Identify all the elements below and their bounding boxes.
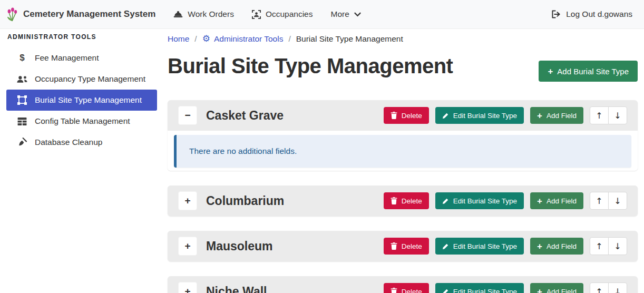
sidebar-item-config-table[interactable]: Config Table Management (6, 111, 157, 132)
add-field-button[interactable]: + Add Field (530, 283, 583, 293)
add-field-button[interactable]: + Add Field (530, 192, 583, 209)
dollar-icon: $ (17, 53, 27, 63)
breadcrumb-separator: / (288, 34, 290, 44)
move-up-button[interactable]: ↑ (590, 282, 609, 293)
burial-site-type-panel: + Columbarium Delete (168, 185, 638, 216)
move-down-button[interactable]: ↓ (608, 282, 627, 293)
panel-header: + Mausoleum Delete (168, 231, 638, 261)
plus-icon: + (537, 197, 542, 206)
breadcrumb-separator: / (194, 34, 197, 44)
trash-icon (391, 288, 397, 293)
sidebar-item-database-cleanup[interactable]: Database Cleanup (6, 132, 157, 153)
occupancy-frame-icon (252, 10, 261, 19)
sidebar-item-label: Occupancy Type Management (35, 74, 145, 84)
sign-out-icon (552, 10, 561, 18)
edit-burial-site-type-button[interactable]: Edit Burial Site Type (435, 192, 524, 209)
sidebar-item-label: Burial Site Type Management (35, 95, 142, 105)
edit-burial-site-type-button[interactable]: Edit Burial Site Type (435, 107, 524, 124)
app-brand[interactable]: Cemetery Management System (6, 7, 155, 22)
sidebar-item-burial-site-type[interactable]: Burial Site Type Management (6, 90, 157, 111)
plus-icon: + (537, 111, 542, 120)
edit-label: Edit Burial Site Type (453, 288, 517, 293)
sidebar-item-label: Fee Management (35, 53, 99, 63)
expand-panel-button[interactable]: + (178, 237, 197, 256)
sidebar-item-occupancy-type[interactable]: Occupancy Type Management (6, 69, 157, 90)
pencil-icon (442, 198, 449, 204)
delete-button[interactable]: Delete (384, 192, 429, 209)
edit-burial-site-type-button[interactable]: Edit Burial Site Type (435, 283, 524, 293)
plus-icon: + (548, 67, 553, 76)
panel-title: Columbarium (206, 194, 284, 208)
breadcrumb-admin-label: Administrator Tools (214, 34, 284, 44)
expand-panel-button[interactable]: + (178, 282, 197, 293)
logout-button[interactable]: Log Out d.gowans (552, 9, 632, 19)
delete-label: Delete (402, 197, 422, 205)
nav-occupancies[interactable]: Occupancies (252, 9, 313, 19)
move-up-button[interactable]: ↑ (590, 237, 609, 255)
breadcrumb-admin-tools-link[interactable]: ⚙ Administrator Tools (202, 34, 284, 44)
pencil-icon (442, 288, 449, 293)
breadcrumb-home-link[interactable]: Home (168, 34, 189, 44)
nav-work-orders-label: Work Orders (188, 9, 234, 19)
plus-icon: + (537, 287, 542, 293)
hard-hat-icon (173, 11, 183, 18)
edit-burial-site-type-button[interactable]: Edit Burial Site Type (435, 238, 524, 255)
nav-more[interactable]: More (331, 9, 361, 19)
panel-header: + Niche Wall Delete (168, 276, 638, 293)
delete-label: Delete (402, 242, 422, 250)
no-fields-alert: There are no additional fields. (174, 135, 631, 168)
breadcrumb: Home / ⚙ Administrator Tools / Burial Si… (168, 33, 638, 44)
object-group-icon (17, 95, 27, 105)
main-content: Home / ⚙ Administrator Tools / Burial Si… (163, 29, 644, 293)
trash-icon (391, 197, 397, 204)
reorder-button-group: ↑ ↓ (590, 106, 627, 124)
nav-work-orders[interactable]: Work Orders (173, 9, 234, 19)
move-down-button[interactable]: ↓ (608, 106, 627, 124)
chevron-down-icon (354, 12, 361, 17)
add-field-button[interactable]: + Add Field (530, 107, 583, 124)
panel-title: Niche Wall (206, 285, 267, 293)
move-down-button[interactable]: ↓ (608, 192, 627, 210)
people-icon (17, 75, 27, 83)
breadcrumb-current: Burial Site Type Management (296, 34, 403, 44)
move-down-button[interactable]: ↓ (608, 237, 627, 255)
delete-button[interactable]: Delete (384, 238, 429, 255)
top-navbar: Cemetery Management System Work Orders (0, 0, 644, 29)
edit-label: Edit Burial Site Type (453, 242, 517, 250)
delete-button[interactable]: Delete (384, 107, 429, 124)
add-field-label: Add Field (547, 288, 577, 293)
add-field-label: Add Field (547, 197, 577, 205)
burial-site-type-panel: + Niche Wall Delete (168, 276, 638, 293)
move-up-button[interactable]: ↑ (590, 106, 609, 124)
collapse-panel-button[interactable]: − (178, 106, 197, 125)
sidebar: ADMINISTRATOR TOOLS $ Fee Management Occ… (0, 29, 163, 293)
add-burial-site-type-button[interactable]: + Add Burial Site Type (539, 61, 638, 82)
delete-button[interactable]: Delete (384, 283, 429, 293)
logout-label: Log Out d.gowans (566, 9, 632, 19)
sidebar-heading: ADMINISTRATOR TOOLS (6, 33, 157, 41)
reorder-button-group: ↑ ↓ (590, 237, 627, 255)
reorder-button-group: ↑ ↓ (590, 282, 627, 293)
burial-site-type-panel: + Mausoleum Delete (168, 231, 638, 261)
trash-icon (391, 242, 397, 250)
burial-site-type-panel: − Casket Grave Delete (168, 100, 638, 171)
panel-header: − Casket Grave Delete (168, 100, 638, 131)
panel-title: Casket Grave (206, 109, 284, 123)
app-title: Cemetery Management System (23, 9, 155, 19)
sidebar-item-label: Config Table Management (35, 116, 130, 126)
gear-icon: ⚙ (202, 34, 210, 43)
table-icon (17, 118, 27, 125)
broom-icon (17, 138, 27, 147)
expand-panel-button[interactable]: + (178, 191, 197, 210)
move-up-button[interactable]: ↑ (590, 192, 609, 210)
add-field-label: Add Field (547, 112, 577, 120)
panel-body: There are no additional fields. (168, 131, 638, 171)
nav-occupancies-label: Occupancies (266, 9, 313, 19)
trash-icon (391, 112, 397, 119)
add-burial-site-type-label: Add Burial Site Type (557, 67, 629, 76)
delete-label: Delete (402, 288, 422, 293)
add-field-button[interactable]: + Add Field (530, 238, 583, 255)
add-field-label: Add Field (547, 242, 577, 250)
delete-label: Delete (402, 112, 422, 120)
sidebar-item-fee-management[interactable]: $ Fee Management (6, 47, 157, 69)
